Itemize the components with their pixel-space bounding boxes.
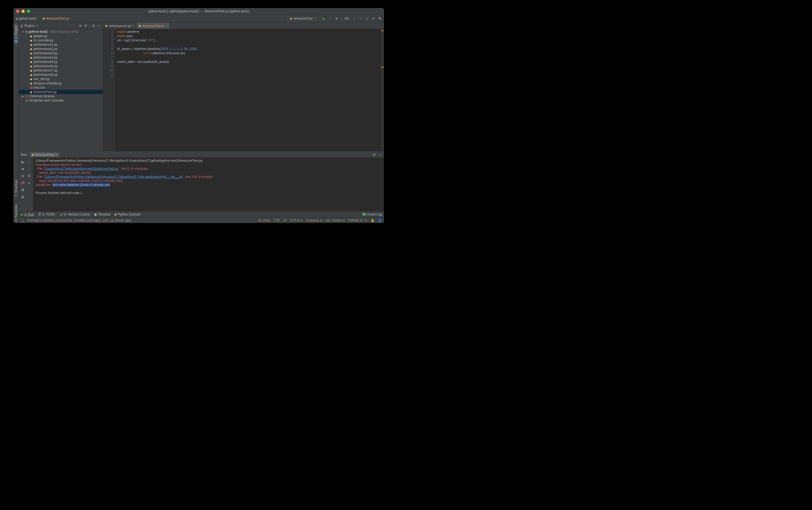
close-icon[interactable]: × (55, 153, 57, 157)
editor-tab[interactable]: ◆performance1.py× (103, 23, 137, 29)
run-tab[interactable]: ◆ timezoneTest × (30, 152, 59, 157)
close-icon[interactable] (16, 10, 19, 13)
status-indent[interactable]: 4 spaces ≑ (306, 219, 323, 222)
console-link[interactable]: /Library/Frameworks/Python.framework/Ver… (44, 175, 183, 179)
tree-file[interactable]: ◆ performance6.py (19, 64, 103, 68)
error-stripe[interactable] (381, 29, 384, 151)
tool-vcs[interactable]: ⎇ 9: Version Control (59, 213, 90, 216)
filter-icon[interactable]: ☰ (26, 173, 32, 179)
pin-icon[interactable]: 📌 (20, 180, 26, 186)
status-pos[interactable]: 7:55 (274, 219, 280, 222)
tree-file[interactable]: ◆ performance7.py (19, 68, 103, 73)
tree-scratches[interactable]: ◉ Scratches and Consoles (19, 98, 103, 103)
editor-tab[interactable]: ◆timezoneTest.py× (137, 23, 170, 29)
tree-file[interactable]: ◆ int_encode.py (19, 38, 103, 42)
tree-file[interactable]: ◆ performance2.py (19, 47, 103, 51)
close-icon[interactable]: × (133, 24, 134, 27)
tool-eventlog-label: Event Log (367, 213, 382, 216)
breadcrumb: ▮ python-test2 〉 ◆ timezoneTest.py (16, 16, 69, 21)
warning-marker[interactable] (381, 67, 384, 68)
console-link[interactable]: /Users/chico27/github/python-test2/timez… (44, 167, 118, 171)
collapse-icon[interactable]: ⇵ (84, 24, 88, 28)
hide-icon[interactable]: — (97, 24, 101, 28)
layout-icon[interactable]: ⧉ (20, 173, 26, 179)
code-content[interactable]: import datetimeimport pytzutc = pytz.tim… (116, 29, 381, 151)
folder-icon: ▮ (16, 17, 18, 21)
tree-file[interactable]: ◆ performance3.py (19, 51, 103, 55)
target-icon[interactable]: ⊕ (79, 24, 82, 28)
bottom-toolbar: ▶4: Run ☰ 6: TODO ⎇ 9: Version Control ▣… (19, 211, 384, 217)
close-icon[interactable]: × (166, 24, 167, 27)
console-line: aware_date = utc.localize(dt_aware) (35, 171, 91, 175)
status-message: Packages installed successfully: Install… (27, 219, 131, 222)
tool-eventlog[interactable]: 2Event Log (362, 213, 382, 216)
console-highlight: Not naive datetime (tzinfo is already se… (52, 183, 110, 187)
run-config-selector[interactable]: ◆ timezoneTest ▼ (288, 16, 319, 21)
status-encoding[interactable]: UTF-8 ≑ (290, 219, 303, 222)
status-lf[interactable]: LF (283, 219, 287, 222)
tree-file[interactable]: ◆ performance8.py (19, 73, 103, 77)
git-commit-icon[interactable]: ✓ (359, 17, 362, 21)
breadcrumb-file-label: timezoneTest.py (46, 17, 69, 21)
tab-favorites[interactable]: 2: Favorites (14, 203, 19, 223)
wrap-icon[interactable]: ↲ (26, 180, 32, 186)
chevron-right-icon: 〉 (38, 16, 41, 21)
inspector-icon[interactable]: 👤 (378, 219, 382, 222)
tree-file[interactable]: ◆ sort_dict.py (19, 77, 103, 81)
minimize-icon[interactable] (22, 10, 25, 13)
statusbar-toggle-icon[interactable]: ▢ (21, 219, 24, 222)
editor: ◆performance1.py×◆timezoneTest.py× 12345… (103, 23, 384, 151)
stop-icon[interactable]: ■ (335, 17, 338, 21)
gear-icon[interactable]: ⚙ (92, 24, 95, 28)
tree-file[interactable]: ◆ string-to-unicode.py (19, 81, 103, 85)
tool-pyconsole[interactable]: ◆Python Console (115, 213, 141, 216)
history-icon[interactable]: ◷ (365, 17, 369, 21)
up-icon[interactable]: ↑ (26, 159, 32, 165)
chevron-down-icon[interactable]: ▼ (36, 24, 38, 27)
stop-icon[interactable]: ■ (20, 166, 26, 172)
tree-file[interactable]: ◆ performance5.py (19, 60, 103, 64)
rerun-icon[interactable]: ▶ (20, 159, 26, 165)
tree-root[interactable]: ▼▮ python-test2 ~/github/python-test2 (19, 30, 103, 34)
revert-icon[interactable]: ↩ (372, 17, 375, 21)
tree-file[interactable]: ◆ gadget.py (19, 34, 103, 38)
console-line: File " (35, 167, 44, 171)
console-output[interactable]: /Library/Frameworks/Python.framework/Ver… (33, 158, 384, 211)
lock-icon[interactable]: 🔒 (370, 219, 374, 222)
tab-project[interactable]: 1: Project (14, 24, 19, 44)
python-icon: ◆ (290, 17, 292, 20)
tree-file[interactable]: ◆ performance1.py (19, 42, 103, 47)
tree-file[interactable]: ◆ performance4.py (19, 55, 103, 60)
git-update-icon[interactable]: ↙ (352, 17, 356, 21)
status-python[interactable]: Python 3.7 ≑ (348, 219, 367, 222)
console-line: ", line 8, in <module> (118, 167, 148, 171)
tool-todo[interactable]: ☰ 6: TODO (38, 213, 55, 216)
tab-structure[interactable]: 7: Structure (14, 178, 19, 198)
git-label: Git: (344, 17, 350, 21)
breadcrumb-root[interactable]: ▮ python-test2 (16, 17, 36, 21)
run-icon: ▶ (21, 213, 23, 216)
tool-terminal[interactable]: ▣ Terminal (94, 213, 110, 216)
run-icon[interactable]: ▶ (322, 17, 326, 21)
tree-external-libs[interactable]: ▶⫿⫿ External Libraries (19, 94, 103, 98)
tool-run[interactable]: ▶4: Run (21, 213, 34, 216)
down-icon[interactable]: ↓ (26, 166, 32, 172)
zoom-icon[interactable] (27, 10, 30, 13)
print-icon[interactable]: 🖶 (20, 187, 26, 193)
hide-icon[interactable]: — (378, 153, 382, 157)
status-git[interactable]: Git: master ≑ (326, 219, 345, 222)
navbar: ▮ python-test2 〉 ◆ timezoneTest.py ◆ tim… (13, 15, 384, 23)
left-toolbar: 1: Project 7: Structure 2: Favorites (13, 23, 19, 223)
breadcrumb-file[interactable]: ◆ timezoneTest.py (43, 17, 69, 21)
debug-icon[interactable]: ⌁ (328, 17, 332, 21)
tree-file[interactable]: ◆ timezoneTest.py (19, 90, 103, 94)
search-icon[interactable]: 🔍︎ (378, 17, 382, 21)
warning-marker[interactable] (381, 30, 384, 31)
project-tree[interactable]: ▼▮ python-test2 ~/github/python-test2◆ g… (19, 29, 103, 151)
tree-file[interactable]: ▦ test.csv (19, 85, 103, 90)
gear-icon[interactable]: ⚙ (372, 153, 376, 157)
code-area[interactable]: 1234567891011 import datetimeimport pytz… (103, 29, 384, 151)
trash-icon[interactable]: 🗑 (20, 194, 26, 200)
titlebar[interactable]: python-test2 [~/github/python-test2] - .… (13, 8, 384, 15)
run-toolbar: ▶ ↑ ■ ↓ ⧉ ☰ 📌 ↲ 🖶 🗑 (19, 158, 33, 211)
